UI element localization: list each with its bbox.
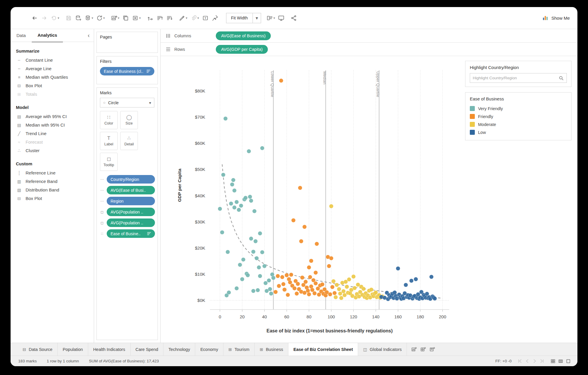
analytics-item[interactable]: ⊟ Box Plot bbox=[11, 81, 94, 90]
fix-axes-button[interactable] bbox=[211, 14, 219, 23]
data-point[interactable] bbox=[232, 206, 236, 210]
data-point[interactable] bbox=[230, 182, 234, 186]
data-point[interactable] bbox=[362, 287, 366, 291]
data-point[interactable] bbox=[232, 189, 236, 193]
fit-selector[interactable]: Fit Width ▾ bbox=[226, 13, 261, 23]
undo-button[interactable] bbox=[31, 14, 39, 23]
data-point[interactable] bbox=[304, 280, 308, 284]
data-point[interactable] bbox=[271, 276, 275, 280]
mark-property-button[interactable]: T Label bbox=[100, 132, 118, 150]
data-point[interactable] bbox=[251, 250, 255, 254]
data-point[interactable] bbox=[248, 195, 252, 199]
data-point[interactable] bbox=[291, 218, 295, 222]
sheet-tab[interactable]: Economy bbox=[195, 343, 223, 356]
sheet-tab[interactable]: Care Spend bbox=[131, 343, 163, 356]
data-point[interactable] bbox=[327, 264, 331, 268]
data-point[interactable] bbox=[369, 287, 373, 292]
data-point[interactable] bbox=[404, 283, 408, 287]
data-point[interactable] bbox=[303, 225, 307, 229]
data-point[interactable] bbox=[433, 297, 437, 301]
sheet-tab[interactable]: Population bbox=[58, 343, 88, 356]
run-update-button[interactable]: ▾ bbox=[96, 14, 106, 23]
sheet-tab[interactable]: Health Indicators bbox=[88, 343, 131, 356]
data-point[interactable] bbox=[299, 239, 303, 243]
share-workbook-button[interactable] bbox=[290, 14, 298, 23]
data-point[interactable] bbox=[253, 239, 258, 243]
sheet-tabs-view-icon[interactable] bbox=[550, 359, 556, 364]
data-point[interactable] bbox=[231, 178, 235, 182]
data-point[interactable] bbox=[351, 275, 355, 279]
filmstrip-view-icon[interactable] bbox=[558, 359, 563, 364]
show-me-button[interactable]: Show Me bbox=[542, 15, 570, 21]
data-point[interactable] bbox=[246, 273, 250, 277]
analytics-item[interactable]: ┆ Reference Line bbox=[11, 169, 94, 177]
data-point[interactable] bbox=[308, 275, 312, 279]
redo-button[interactable] bbox=[40, 14, 48, 23]
analytics-item[interactable]: ≈ Forecast bbox=[11, 138, 94, 146]
data-point[interactable] bbox=[263, 264, 267, 268]
filter-pill[interactable]: Ease of Business (cl.. bbox=[100, 67, 154, 75]
data-point[interactable] bbox=[269, 292, 273, 296]
data-point[interactable] bbox=[414, 277, 418, 281]
presentation-mode-button[interactable] bbox=[277, 14, 285, 23]
data-point[interactable] bbox=[247, 149, 251, 153]
show-mark-labels-button[interactable]: T bbox=[201, 14, 209, 23]
data-point[interactable] bbox=[229, 201, 233, 206]
legend-item[interactable]: Very Friendly bbox=[470, 105, 567, 112]
analytics-item[interactable]: ╌ Average Line bbox=[11, 64, 94, 73]
sheet-sorter-view-icon[interactable] bbox=[566, 359, 571, 364]
sheet-tab[interactable]: ◫ Global Indicators bbox=[358, 343, 407, 356]
data-point[interactable] bbox=[227, 290, 231, 295]
data-point[interactable] bbox=[306, 289, 310, 293]
data-point[interactable] bbox=[295, 292, 299, 296]
data-point[interactable] bbox=[218, 207, 222, 211]
analytics-item[interactable]: ▧ Distribution Band bbox=[11, 186, 94, 194]
data-point[interactable] bbox=[260, 250, 264, 254]
data-point[interactable] bbox=[314, 281, 318, 285]
analytics-item[interactable]: ┄ Constant Line bbox=[11, 56, 94, 64]
chevron-down-icon[interactable]: ▾ bbox=[273, 16, 275, 20]
data-point[interactable] bbox=[239, 204, 243, 208]
data-point[interactable] bbox=[337, 287, 341, 291]
data-point[interactable] bbox=[309, 259, 313, 263]
marks-pill[interactable]: AVG(Population .. bbox=[107, 208, 155, 216]
data-point[interactable] bbox=[241, 258, 245, 262]
new-story-tab-icon[interactable] bbox=[429, 346, 435, 352]
data-point[interactable] bbox=[409, 279, 413, 283]
analytics-item[interactable]: ╱ Trend Line bbox=[11, 129, 94, 138]
data-point[interactable] bbox=[223, 117, 228, 121]
new-worksheet-tab-icon[interactable] bbox=[411, 346, 417, 352]
data-point[interactable] bbox=[235, 200, 239, 204]
chevron-down-icon[interactable]: ▾ bbox=[253, 13, 261, 23]
collapse-pane-icon[interactable]: ‹ bbox=[83, 32, 94, 39]
analytics-item[interactable]: ⊟ Box Plot bbox=[11, 194, 94, 203]
data-point[interactable] bbox=[315, 242, 319, 246]
data-point[interactable] bbox=[221, 173, 225, 177]
data-point[interactable] bbox=[286, 293, 290, 297]
analytics-item[interactable]: ⊞ Totals bbox=[11, 90, 94, 98]
data-point[interactable] bbox=[258, 231, 262, 236]
mark-property-button[interactable]: ◻ Tooltip bbox=[100, 153, 118, 171]
replay-button[interactable]: ▾ bbox=[50, 14, 60, 23]
analytics-item[interactable]: ≡ Median with Quartiles bbox=[11, 73, 94, 81]
chevron-down-icon[interactable]: ▾ bbox=[103, 16, 105, 20]
data-point[interactable] bbox=[333, 291, 337, 295]
data-point[interactable] bbox=[320, 282, 324, 287]
data-point[interactable] bbox=[249, 199, 253, 203]
data-point[interactable] bbox=[331, 279, 335, 283]
data-point[interactable] bbox=[252, 209, 256, 213]
data-point[interactable] bbox=[220, 230, 224, 234]
next-sheet-icon[interactable] bbox=[532, 359, 537, 364]
sort-legend-icon[interactable] bbox=[147, 232, 151, 236]
data-point[interactable] bbox=[273, 290, 278, 294]
data-point[interactable] bbox=[257, 265, 261, 270]
show-hide-cards-button[interactable]: ▾ bbox=[266, 14, 276, 23]
data-point[interactable] bbox=[300, 275, 304, 280]
swap-axes-button[interactable] bbox=[146, 14, 154, 23]
data-point[interactable] bbox=[263, 281, 268, 285]
data-point[interactable] bbox=[256, 288, 260, 292]
group-members-button[interactable]: ▾ bbox=[190, 14, 200, 23]
chevron-down-icon[interactable]: ▾ bbox=[118, 16, 120, 20]
data-point[interactable] bbox=[283, 287, 287, 292]
sheet-tab[interactable]: Ease of Biz Correlation Sheet bbox=[288, 343, 358, 356]
